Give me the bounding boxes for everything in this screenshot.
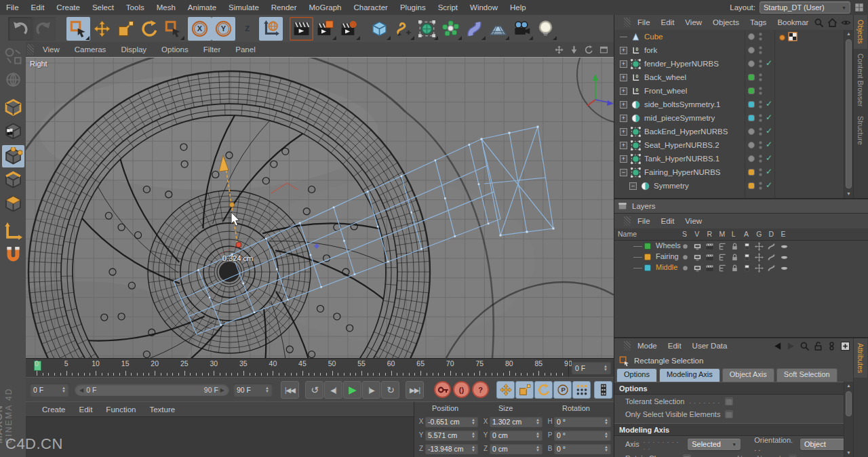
side-tab-attributes[interactable]: Attributes bbox=[854, 338, 867, 378]
om-menu-bookmar[interactable]: Bookmar bbox=[772, 18, 814, 26]
filmstrip-button[interactable] bbox=[594, 381, 612, 399]
generators-toggle-icon[interactable] bbox=[755, 242, 764, 251]
live-selection-button[interactable] bbox=[66, 17, 90, 41]
add-cube-button[interactable] bbox=[368, 17, 391, 41]
menu-animate[interactable]: Animate bbox=[182, 3, 222, 12]
animation-toggle-icon[interactable] bbox=[743, 242, 751, 251]
next-key-button[interactable]: ↻ bbox=[381, 381, 399, 399]
object-row-cube[interactable]: Cube bbox=[614, 30, 843, 43]
material-menu-edit[interactable]: Edit bbox=[73, 405, 100, 414]
coord-input[interactable]: 1.302 cm▲▼ bbox=[490, 416, 542, 427]
scroll-down-icon[interactable]: ▼ bbox=[844, 449, 853, 457]
add-mograph-button[interactable] bbox=[439, 17, 462, 41]
add-environment-button[interactable] bbox=[486, 17, 510, 41]
redo-button[interactable] bbox=[32, 17, 56, 41]
scale-tool-button[interactable] bbox=[114, 17, 138, 41]
side-tab-content-browser[interactable]: Content Browser bbox=[854, 49, 867, 111]
link-icon[interactable] bbox=[827, 341, 837, 351]
expander-plus-icon[interactable]: + bbox=[620, 128, 627, 136]
key-pla-button[interactable] bbox=[572, 381, 591, 399]
prev-key-button[interactable]: ↺ bbox=[305, 381, 323, 399]
attributes-scrollbar[interactable]: ▲ ▼ bbox=[844, 382, 853, 457]
scroll-thumb[interactable] bbox=[846, 391, 852, 416]
om-menu-tags[interactable]: Tags bbox=[745, 18, 772, 26]
polygon-mode-button[interactable] bbox=[2, 193, 24, 215]
spinner-icon[interactable]: ▲▼ bbox=[604, 445, 608, 452]
render-picture-viewer-button[interactable] bbox=[313, 17, 337, 41]
lock-toggle-icon[interactable] bbox=[730, 264, 739, 273]
lock-icon[interactable] bbox=[813, 341, 823, 351]
add-camera-button[interactable] bbox=[510, 17, 534, 41]
layout-grid-icon[interactable] bbox=[854, 3, 864, 12]
enabled-check-icon[interactable]: ✓ bbox=[766, 113, 772, 122]
coord-input[interactable]: 5.571 cm▲▼ bbox=[425, 430, 478, 441]
layer-color-dot[interactable] bbox=[748, 169, 755, 176]
expressions-toggle-icon[interactable] bbox=[780, 264, 789, 273]
world-coordinates-button[interactable] bbox=[2, 68, 24, 91]
visibility-dots[interactable] bbox=[759, 127, 762, 136]
key-position-button[interactable] bbox=[496, 381, 515, 399]
rotate-tool-button[interactable] bbox=[138, 17, 161, 41]
object-row-fairing-hypernurbs[interactable]: −Fairing_HyperNURBS✓ bbox=[614, 165, 843, 179]
rotate-view-icon[interactable] bbox=[585, 45, 593, 54]
tab-soft-selection[interactable]: Soft Selection bbox=[776, 368, 837, 382]
forward-icon[interactable] bbox=[786, 341, 796, 351]
coord-input[interactable]: 0 °▲▼ bbox=[554, 416, 611, 427]
visibility-dots[interactable] bbox=[759, 114, 762, 122]
lock-toggle-icon[interactable] bbox=[730, 253, 739, 262]
pan-view-icon[interactable] bbox=[555, 45, 564, 54]
visibility-dots[interactable] bbox=[759, 155, 762, 163]
visibility-dots[interactable] bbox=[759, 100, 762, 108]
panel-grip[interactable] bbox=[27, 44, 34, 54]
material-menu-texture[interactable]: Texture bbox=[142, 405, 182, 414]
enabled-check-icon[interactable]: ✓ bbox=[766, 153, 772, 163]
key-scale-button[interactable] bbox=[515, 381, 534, 399]
menu-mograph[interactable]: MoGraph bbox=[303, 3, 348, 12]
checkbox-retain-changes[interactable] bbox=[683, 454, 691, 457]
layers-menu-edit[interactable]: Edit bbox=[656, 217, 680, 225]
expander-plus-icon[interactable]: + bbox=[620, 74, 627, 81]
panel-grip[interactable] bbox=[624, 18, 631, 26]
expander-minus-icon[interactable]: − bbox=[620, 169, 627, 176]
expander-minus-icon[interactable]: − bbox=[629, 182, 637, 190]
layer-color-dot[interactable] bbox=[748, 47, 755, 54]
layer-row-middle[interactable]: Middle bbox=[614, 262, 868, 273]
timeline-ruler[interactable]: 0510152025303540455055606570758085900 F▲… bbox=[26, 358, 614, 378]
manager-toggle-icon[interactable] bbox=[718, 242, 727, 251]
object-row-side-boltssymmetry-1[interactable]: +side_boltsSymmetry.1✓ bbox=[614, 98, 843, 111]
expander-plus-icon[interactable]: + bbox=[620, 87, 627, 95]
dropdown-axis[interactable]: Selected▼ bbox=[688, 439, 741, 450]
layer-color-swatch[interactable] bbox=[644, 254, 651, 260]
render-view-button[interactable] bbox=[290, 17, 313, 41]
deformers-toggle-icon[interactable] bbox=[767, 264, 776, 273]
solo-dot-icon[interactable] bbox=[681, 242, 690, 251]
layer-color-dot[interactable] bbox=[748, 87, 755, 94]
range-right-arrow-icon[interactable]: ▶ bbox=[220, 387, 224, 393]
menu-create[interactable]: Create bbox=[50, 3, 86, 12]
edge-mode-button[interactable] bbox=[2, 169, 24, 191]
attributes-menu-mode[interactable]: Mode bbox=[632, 342, 663, 350]
y-axis-lock-button[interactable]: Y bbox=[212, 17, 235, 41]
render-toggle-icon[interactable] bbox=[705, 242, 714, 251]
visibility-dots[interactable] bbox=[759, 73, 762, 81]
add-deformer-button[interactable] bbox=[462, 17, 486, 41]
add-hypernurbs-button[interactable] bbox=[415, 17, 439, 41]
layer-color-dot[interactable] bbox=[748, 155, 755, 162]
viewport-menu-cameras[interactable]: Cameras bbox=[67, 45, 114, 54]
key-parameter-button[interactable]: P bbox=[553, 381, 572, 399]
checkbox-tolerant-selection[interactable] bbox=[725, 397, 733, 405]
spinner-icon[interactable]: ▲▼ bbox=[604, 418, 608, 425]
om-menu-objects[interactable]: Objects bbox=[707, 18, 745, 26]
visibility-dots[interactable] bbox=[759, 168, 762, 176]
menu-script[interactable]: Script bbox=[432, 3, 464, 12]
object-row-tank-hypernurbs-1[interactable]: +Tank_HyperNURBS.1✓ bbox=[614, 152, 843, 165]
object-row-back-wheel[interactable]: +0Back_wheel bbox=[614, 71, 843, 84]
selection-tool-button[interactable] bbox=[161, 17, 185, 41]
viewport-canvas[interactable]: Right 0.324 cm bbox=[26, 57, 614, 358]
om-menu-file[interactable]: File bbox=[632, 18, 656, 26]
tab-options[interactable]: Options bbox=[616, 368, 657, 382]
render-settings-button[interactable] bbox=[337, 17, 361, 41]
spinner-icon[interactable]: ▲▼ bbox=[604, 365, 608, 372]
object-row-fender-hypernurbs[interactable]: +fender_HyperNURBS✓ bbox=[614, 57, 843, 71]
spinner-icon[interactable]: ▲▼ bbox=[536, 432, 540, 439]
